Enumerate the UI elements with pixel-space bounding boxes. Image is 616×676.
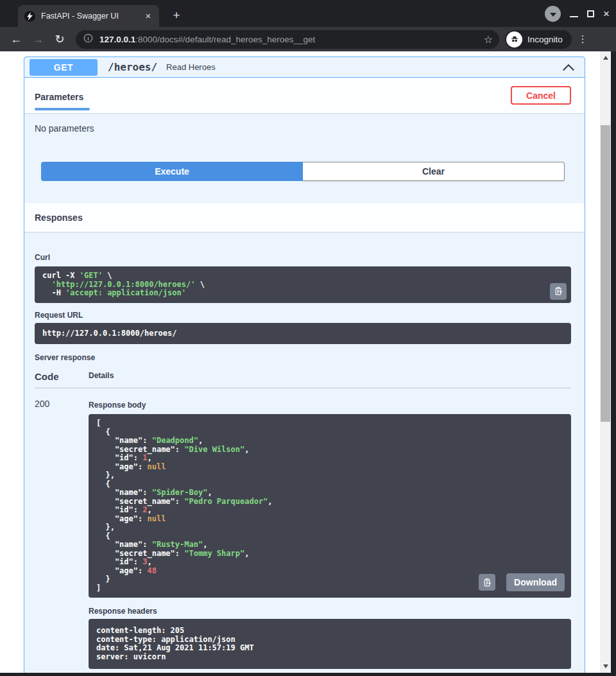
code-column-header: Code [35, 371, 89, 382]
details-column-header: Details [89, 371, 114, 382]
back-button[interactable]: ← [7, 33, 25, 46]
endpoint-path: /heroes/ [108, 61, 157, 73]
forward-button[interactable]: → [29, 33, 47, 46]
endpoint-summary: Read Heroes [166, 62, 561, 72]
window-controls: × [545, 6, 610, 22]
copy-curl-button[interactable] [550, 283, 567, 300]
tab-bar: FastAPI - Swagger UI × + × [0, 0, 616, 27]
tab-title: FastAPI - Swagger UI [41, 12, 142, 21]
request-url-label: Request URL [35, 311, 571, 320]
opblock-get-heroes: GET /heroes/ Read Heroes Parameters Canc… [24, 56, 585, 673]
collapse-chevron-icon[interactable] [561, 62, 576, 73]
response-body-actions: Download [479, 573, 565, 591]
responses-section-header: Responses [24, 203, 585, 232]
scroll-down-icon[interactable] [600, 661, 611, 672]
caret-down-icon [550, 13, 556, 17]
fastapi-favicon-icon [24, 11, 35, 22]
request-url-block: http://127.0.0.1:8000/heroes/ [35, 323, 571, 345]
close-window-button[interactable]: × [603, 10, 610, 19]
responses-title: Responses [35, 212, 83, 223]
site-info-icon[interactable] [83, 33, 93, 46]
download-button[interactable]: Download [506, 573, 565, 591]
url-text: 127.0.0.1:8000/docs#/default/read_heroes… [99, 35, 480, 44]
response-table-header: Code Details [35, 371, 571, 388]
copy-response-button[interactable] [479, 574, 495, 591]
browser-toolbar: ← → ↻ 127.0.0.1:8000/docs#/default/read_… [0, 27, 616, 51]
parameters-label: Parameters [35, 92, 90, 108]
server-response-label: Server response [35, 353, 571, 362]
execute-row: Execute Clear [41, 162, 565, 181]
curl-label: Curl [35, 253, 50, 262]
responses-body: Curl curl -X 'GET' \ 'http://127.0.0.1:8… [24, 232, 585, 669]
execute-button[interactable]: Execute [41, 162, 303, 181]
swagger-page: GET /heroes/ Read Heroes Parameters Canc… [0, 51, 611, 673]
scrollbar-thumb[interactable] [601, 125, 610, 422]
active-tab-underline [35, 108, 90, 110]
no-parameters-text: No parameters [35, 123, 585, 134]
page-scrollbar[interactable] [600, 51, 611, 673]
incognito-badge: Incognito [505, 30, 572, 49]
tab-parameters[interactable]: Parameters [35, 78, 90, 113]
new-tab-button[interactable]: + [168, 8, 185, 24]
url-host: 127.0.0.1 [99, 35, 135, 44]
browser-tab[interactable]: FastAPI - Swagger UI × [18, 5, 159, 27]
reload-button[interactable]: ↻ [51, 32, 69, 46]
url-path: :8000/docs#/default/read_heroes_heroes__… [135, 35, 315, 44]
response-row-200: 200 Response body [ { "name": "Deadpond"… [35, 388, 571, 669]
response-headers-block: content-length: 205content-type: applica… [89, 619, 571, 669]
incognito-icon [506, 31, 522, 48]
minimize-button[interactable] [570, 16, 578, 17]
tab-close-icon[interactable]: × [142, 10, 154, 22]
cancel-button[interactable]: Cancel [511, 86, 571, 105]
clear-button[interactable]: Clear [303, 162, 565, 181]
scroll-up-icon[interactable] [600, 53, 611, 63]
request-url-value: http://127.0.0.1:8000/heroes/ [42, 329, 563, 338]
status-code: 200 [35, 399, 89, 669]
browser-window: FastAPI - Swagger UI × + × ← → ↻ 127.0.0… [0, 0, 616, 676]
browser-menu-icon[interactable]: ⋮ [578, 33, 588, 45]
url-bar[interactable]: 127.0.0.1:8000/docs#/default/read_heroes… [76, 30, 499, 49]
response-body-block: [ { "name": "Deadpond", "secret_name": "… [89, 414, 571, 598]
response-body-label: Response body [89, 401, 146, 410]
response-details: Response body [ { "name": "Deadpond", "s… [89, 399, 571, 669]
maximize-button[interactable] [587, 10, 594, 17]
incognito-label: Incognito [527, 35, 563, 44]
browser-update-icon[interactable] [545, 6, 561, 22]
opblock-header[interactable]: GET /heroes/ Read Heroes [24, 57, 585, 78]
http-method-badge: GET [30, 59, 98, 76]
curl-code-block: curl -X 'GET' \ 'http://127.0.0.1:8000/h… [35, 266, 571, 303]
bookmark-star-icon[interactable]: ☆ [484, 33, 493, 46]
parameters-body: No parameters [24, 113, 585, 134]
response-headers-label: Response headers [89, 607, 571, 616]
parameters-header: Parameters Cancel [24, 78, 585, 113]
